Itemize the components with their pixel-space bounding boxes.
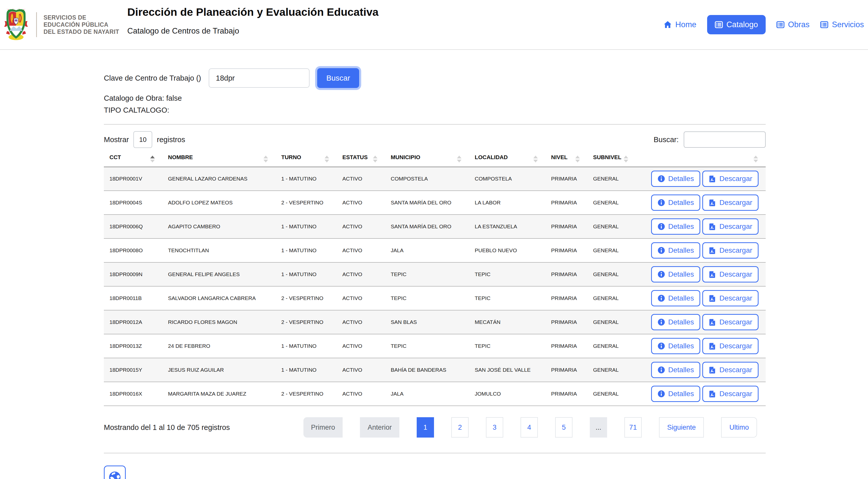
detalles-button[interactable]: Detalles [651,290,700,306]
cell-estatus: ACTIVO [337,238,385,262]
detalles-button[interactable]: Detalles [651,218,700,235]
table-row: 18DPR0008OTENOCHTITLAN1 - MATUTINOACTIVO… [104,238,766,262]
nav-item-obras[interactable]: Obras [776,20,809,29]
cell-nivel: PRIMARIA [546,167,588,191]
cell-actions: DetallesDescargar [636,358,766,382]
detalles-button[interactable]: Detalles [651,171,700,187]
page-button-4[interactable]: 4 [521,417,538,438]
cell-nivel: PRIMARIA [546,310,588,334]
page-button-primero[interactable]: Primero [303,417,343,438]
column-header-localidad[interactable]: LOCALIDAD [469,152,546,167]
info-icon [657,342,665,350]
page-button-71[interactable]: 71 [624,417,642,438]
table-row: 18DPR0013Z24 DE FEBRERO1 - MATUTINOACTIV… [104,334,766,358]
cell-nivel: PRIMARIA [546,382,588,406]
column-label: LOCALIDAD [475,154,508,161]
cell-actions: DetallesDescargar [636,191,766,214]
detalles-button[interactable]: Detalles [651,266,700,282]
cell-nombre: MARGARITA MAZA DE JUAREZ [162,382,276,406]
cell-estatus: ACTIVO [337,214,385,238]
descargar-button[interactable]: Descargar [702,266,758,282]
column-header-actions[interactable] [636,152,766,167]
centros-table: CCTNOMBRETURNOESTATUSMUNICIPIOLOCALIDADN… [104,152,766,406]
column-header-estatus[interactable]: ESTATUS [337,152,385,167]
cell-municipio: TEPIC [385,286,469,310]
table-header-row: CCTNOMBRETURNOESTATUSMUNICIPIOLOCALIDADN… [104,152,766,167]
table-search-input[interactable] [684,131,766,148]
page-button-siguiente[interactable]: Siguiente [659,417,704,438]
column-label: MUNICIPIO [391,154,420,161]
descargar-button[interactable]: Descargar [702,314,758,330]
cell-cct: 18DPR0013Z [104,334,162,358]
button-label: Detalles [668,270,694,278]
cell-estatus: ACTIVO [337,358,385,382]
column-header-cct[interactable]: CCT [104,152,162,167]
descargar-button[interactable]: Descargar [702,290,758,306]
column-header-subnivel[interactable]: SUBNIVEL [588,152,636,167]
info-icon [657,247,665,254]
buscar-button[interactable]: Buscar [317,68,359,88]
descargar-button[interactable]: Descargar [702,362,758,378]
cell-nombre: SALVADOR LANGARICA CABRERA [162,286,276,310]
list-icon [715,21,723,29]
nav-item-servicios[interactable]: Servicios [820,20,864,29]
show-prefix-label: Mostrar [104,136,129,144]
cell-localidad: TEPIC [469,334,546,358]
page-button-2[interactable]: 2 [451,417,469,438]
page-length-select[interactable]: 10 [133,131,152,148]
cell-cct: 18DPR0011B [104,286,162,310]
cell-nombre: AGAPITO CAMBERO [162,214,276,238]
descargar-button[interactable]: Descargar [702,386,758,402]
button-label: Detalles [668,294,694,302]
section-divider [104,124,766,125]
cell-nombre: TENOCHTITLAN [162,238,276,262]
cell-turno: 1 - MATUTINO [276,262,337,286]
nav-label-obras: Obras [788,20,809,29]
cell-actions: DetallesDescargar [636,214,766,238]
cell-estatus: ACTIVO [337,382,385,406]
cell-cct: 18DPR0001V [104,167,162,191]
cell-actions: DetallesDescargar [636,382,766,406]
detalles-button[interactable]: Detalles [651,242,700,259]
cell-cct: 18DPR0012A [104,310,162,334]
cell-estatus: ACTIVO [337,167,385,191]
nav-item-catalogo[interactable]: Catalogo [707,15,766,34]
detalles-button[interactable]: Detalles [651,314,700,330]
detalles-button[interactable]: Detalles [651,362,700,378]
cell-turno: 2 - VESPERTINO [276,310,337,334]
cell-actions: DetallesDescargar [636,334,766,358]
button-label: Descargar [719,199,752,207]
page-button-1[interactable]: 1 [417,417,434,438]
info-icon [657,271,665,278]
column-header-municipio[interactable]: MUNICIPIO [385,152,469,167]
cell-nivel: PRIMARIA [546,334,588,358]
detalles-button[interactable]: Detalles [651,195,700,211]
button-label: Detalles [668,366,694,374]
column-header-nombre[interactable]: NOMBRE [162,152,276,167]
pdf-icon [709,271,716,278]
descargar-button[interactable]: Descargar [702,242,758,259]
cell-municipio: COMPOSTELA [385,167,469,191]
column-header-nivel[interactable]: NIVEL [546,152,588,167]
column-header-turno[interactable]: TURNO [276,152,337,167]
cell-cct: 18DPR0006Q [104,214,162,238]
descargar-button[interactable]: Descargar [702,218,758,235]
globe-button[interactable] [104,466,126,479]
table-row: 18DPR0016XMARGARITA MAZA DE JUAREZ2 - VE… [104,382,766,406]
cell-turno: 2 - VESPERTINO [276,191,337,214]
cell-cct: 18DPR0004S [104,191,162,214]
detalles-button[interactable]: Detalles [651,386,700,402]
cct-search-input[interactable] [209,68,310,88]
page-button-[interactable]: ... [590,417,607,438]
page-button-3[interactable]: 3 [486,417,503,438]
page-button-5[interactable]: 5 [555,417,572,438]
page-button-ultimo[interactable]: Ultimo [721,417,757,438]
cell-turno: 2 - VESPERTINO [276,382,337,406]
nav-item-home[interactable]: Home [663,20,696,29]
top-header: SERVICIOS DE EDUCACIÓN PÚBLICA DEL ESTAD… [0,0,868,50]
descargar-button[interactable]: Descargar [702,171,758,187]
page-button-anterior[interactable]: Anterior [360,417,399,438]
descargar-button[interactable]: Descargar [702,195,758,211]
descargar-button[interactable]: Descargar [702,338,758,354]
detalles-button[interactable]: Detalles [651,338,700,354]
